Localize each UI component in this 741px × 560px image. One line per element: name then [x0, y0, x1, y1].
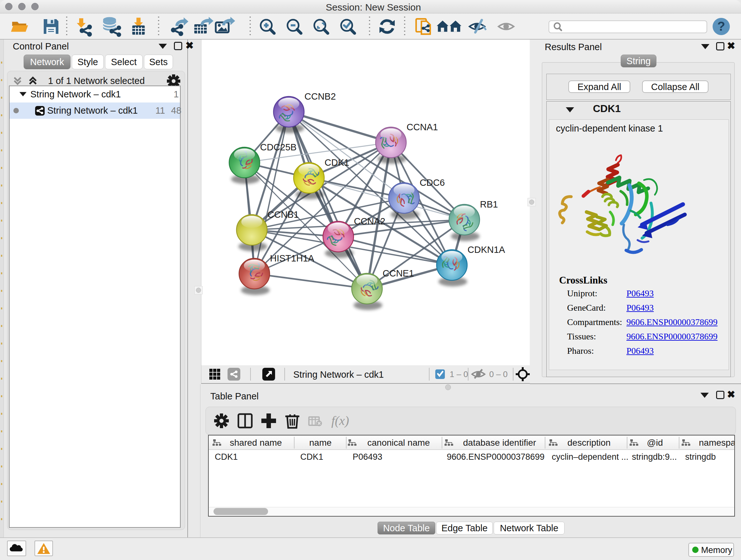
svg-text:database identifier: database identifier	[463, 438, 536, 448]
svg-text:CCNB2: CCNB2	[305, 91, 336, 102]
svg-text:CDK1: CDK1	[300, 452, 323, 462]
svg-text:cyclin–dependent ...: cyclin–dependent ...	[552, 452, 628, 462]
svg-text:CDKN1A: CDKN1A	[468, 245, 505, 255]
svg-text:description: description	[567, 438, 610, 448]
svg-text:canonical name: canonical name	[367, 438, 430, 448]
svg-text:HIST1H1A: HIST1H1A	[270, 253, 314, 263]
svg-text:stringdb:9...: stringdb:9...	[632, 452, 677, 462]
svg-text:1 – 0: 1 – 0	[450, 369, 468, 379]
svg-text:CCNA2: CCNA2	[354, 216, 385, 226]
svg-text:shared name: shared name	[230, 438, 282, 448]
svg-text:CDC25B: CDC25B	[260, 142, 296, 152]
svg-text:CCNE1: CCNE1	[383, 268, 414, 278]
svg-text:name: name	[309, 438, 332, 448]
svg-text:0 – 0: 0 – 0	[489, 369, 508, 379]
svg-text:9606.ENSP00000378699: 9606.ENSP00000378699	[447, 452, 544, 462]
svg-text:String Network – cdk1: String Network – cdk1	[293, 369, 384, 380]
svg-text:CCNB1: CCNB1	[267, 209, 299, 220]
svg-text:@id: @id	[647, 438, 663, 448]
svg-text:f(x): f(x)	[331, 414, 349, 428]
svg-text:P06493: P06493	[353, 452, 382, 462]
svg-text:RB1: RB1	[480, 199, 498, 209]
svg-text:CDC6: CDC6	[420, 178, 445, 188]
svg-text:CDK1: CDK1	[215, 452, 238, 462]
svg-text:stringdb: stringdb	[685, 452, 716, 462]
svg-text:namespac: namespac	[699, 438, 734, 448]
svg-text:CDK1: CDK1	[325, 158, 349, 168]
svg-text:CCNA1: CCNA1	[407, 122, 438, 132]
svg-text:?: ?	[718, 19, 725, 33]
